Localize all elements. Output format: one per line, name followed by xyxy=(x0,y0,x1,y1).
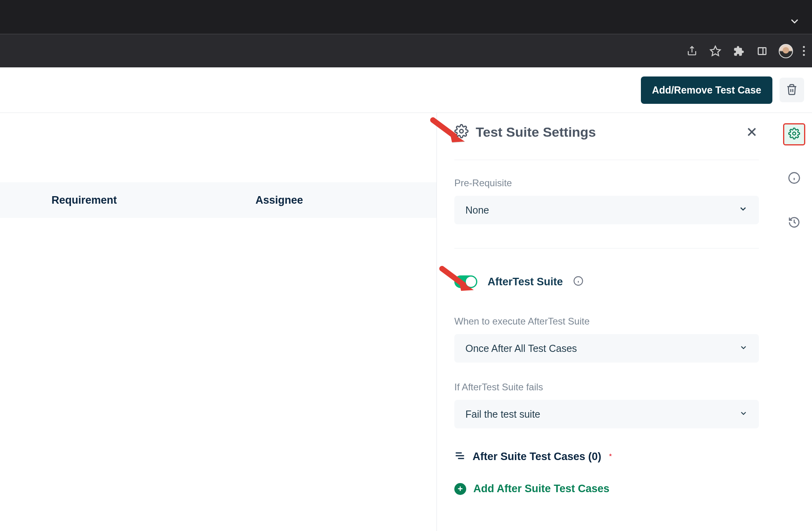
svg-point-13 xyxy=(793,132,796,135)
when-execute-select[interactable]: Once After All Test Cases xyxy=(454,334,759,363)
aftertest-toggle-row: AfterTest Suite xyxy=(454,275,759,288)
svg-rect-2 xyxy=(758,48,766,54)
if-fails-label: If AfterTest Suite fails xyxy=(454,382,759,393)
aftertest-toggle-label: AfterTest Suite xyxy=(488,276,563,288)
column-requirement: Requirement xyxy=(51,194,117,206)
close-icon[interactable] xyxy=(745,125,759,141)
svg-marker-1 xyxy=(711,46,721,55)
required-indicator: * xyxy=(609,453,612,460)
add-remove-test-case-button[interactable]: Add/Remove Test Case xyxy=(641,76,772,104)
history-icon xyxy=(788,216,801,230)
main-content: Requirement Assignee xyxy=(0,113,436,531)
aftertest-toggle[interactable] xyxy=(454,275,477,288)
chevron-down-icon xyxy=(739,409,748,420)
settings-rail-button[interactable] xyxy=(783,123,805,145)
plus-icon: + xyxy=(454,483,466,495)
add-after-suite-cases[interactable]: + Add After Suite Test Cases xyxy=(454,483,759,495)
prerequisite-value: None xyxy=(465,204,489,216)
info-icon[interactable] xyxy=(573,276,583,288)
after-suite-cases-label: After Suite Test Cases (0) xyxy=(473,451,601,463)
right-rail xyxy=(776,113,812,531)
add-after-suite-cases-label: Add After Suite Test Cases xyxy=(473,483,610,495)
when-execute-label: When to execute AfterTest Suite xyxy=(454,316,759,327)
extensions-icon[interactable] xyxy=(732,44,745,58)
trash-icon xyxy=(786,84,798,97)
if-fails-value: Fail the test suite xyxy=(465,409,540,420)
after-suite-cases-header: After Suite Test Cases (0) * xyxy=(454,450,759,463)
chevron-down-icon xyxy=(738,204,748,216)
chevron-down-icon xyxy=(739,343,748,354)
test-suite-settings-panel: Test Suite Settings Pre-Requisite None A… xyxy=(436,113,776,531)
profile-avatar[interactable] xyxy=(779,44,793,58)
info-rail-button[interactable] xyxy=(783,168,805,190)
chevron-down-icon[interactable] xyxy=(789,16,800,29)
svg-point-4 xyxy=(460,130,463,133)
when-execute-value: Once After All Test Cases xyxy=(465,343,577,354)
gear-icon xyxy=(788,128,800,141)
kebab-menu-icon[interactable] xyxy=(803,46,805,56)
prerequisite-label: Pre-Requisite xyxy=(454,178,759,189)
share-icon[interactable] xyxy=(685,44,699,58)
delete-button[interactable] xyxy=(780,78,804,102)
action-bar: Add/Remove Test Case xyxy=(0,67,812,113)
table-header: Requirement Assignee xyxy=(0,182,436,218)
gear-icon xyxy=(454,124,469,140)
history-rail-button[interactable] xyxy=(783,212,805,234)
info-icon xyxy=(788,172,801,186)
list-icon xyxy=(454,450,465,463)
column-assignee: Assignee xyxy=(255,194,303,206)
panel-icon[interactable] xyxy=(755,44,769,58)
if-fails-select[interactable]: Fail the test suite xyxy=(454,400,759,428)
star-icon[interactable] xyxy=(709,44,722,58)
browser-toolbar xyxy=(0,34,812,67)
prerequisite-select[interactable]: None xyxy=(454,196,759,224)
panel-title: Test Suite Settings xyxy=(476,124,596,140)
browser-tab-bar xyxy=(0,0,812,34)
